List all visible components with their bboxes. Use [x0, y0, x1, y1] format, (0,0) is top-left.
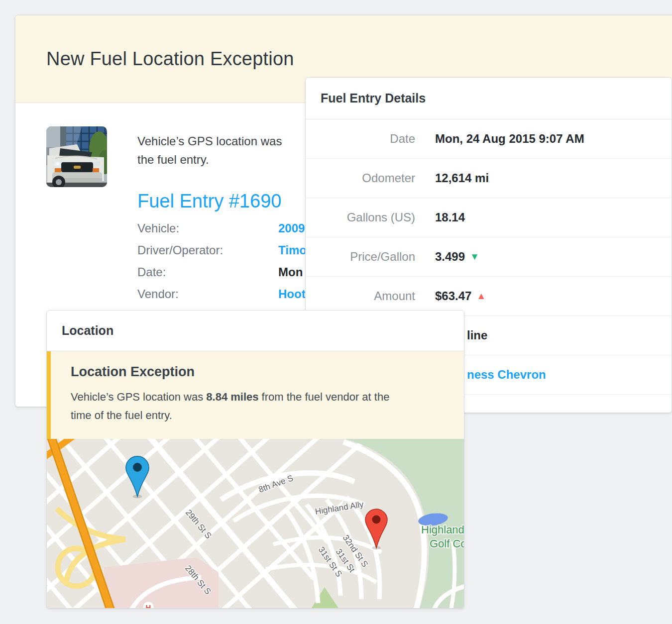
vehicle-photo	[46, 126, 107, 187]
detail-odometer-value: 12,614 mi	[435, 171, 489, 185]
detail-row-price-gallon: Price/Gallon 3.499▼	[306, 237, 672, 277]
alert-heading: Location Exception	[71, 364, 464, 380]
location-card-title: Location	[47, 311, 464, 351]
driver-value-link[interactable]: Timo	[278, 239, 307, 261]
page-title: New Fuel Location Exception	[46, 48, 294, 70]
svg-text:H: H	[146, 603, 151, 609]
golf-label-line2: Golf Co	[430, 537, 464, 550]
date-value: Mon	[278, 261, 303, 283]
field-row-vendor: Vendor: Hoot	[137, 283, 307, 305]
vendor-value-link[interactable]: Hoot	[278, 283, 306, 305]
fuel-entry-summary-fields: Vehicle: 2009 Driver/Operator: Timo Date…	[137, 217, 307, 305]
vehicle-photo-illustration	[46, 126, 107, 187]
amount-trend-up-icon: ▲	[476, 291, 486, 301]
map-canvas[interactable]: 8th Ave S Highland Ally 29th St S 28th S…	[47, 439, 464, 609]
detail-row-odometer: Odometer 12,614 mi	[306, 159, 672, 198]
detail-gallons-value: 18.14	[435, 210, 465, 224]
vendor-label: Vendor:	[137, 283, 278, 305]
detail-odometer-label: Odometer	[306, 171, 415, 185]
distance-value: 8.84 miles	[206, 391, 258, 403]
vendor-link-partial[interactable]: ness Chevron	[467, 368, 546, 382]
details-card-title: Fuel Entry Details	[306, 78, 672, 119]
detail-price-label: Price/Gallon	[306, 250, 415, 264]
detail-amount-label: Amount	[306, 289, 415, 303]
driver-label: Driver/Operator:	[137, 239, 278, 261]
detail-date-value: Mon, 24 Aug 2015 9:07 AM	[435, 132, 584, 146]
date-label: Date:	[137, 261, 278, 283]
location-exception-alert: Location Exception Vehicle’s GPS locatio…	[47, 351, 464, 439]
detail-price-value: 3.499▼	[435, 250, 479, 264]
field-row-date: Date: Mon	[137, 261, 307, 283]
price-trend-down-icon: ▼	[470, 251, 479, 262]
alert-body: Vehicle’s GPS location was 8.84 miles fr…	[71, 388, 464, 424]
fuel-type-value-partial: line	[467, 328, 487, 342]
golf-label-line1: Highland	[421, 523, 464, 536]
vehicle-label: Vehicle:	[137, 217, 278, 239]
fuel-entry-link[interactable]: Fuel Entry #1690	[137, 191, 281, 212]
field-row-driver: Driver/Operator: Timo	[137, 239, 307, 261]
detail-amount-value: $63.47▲	[435, 289, 486, 303]
detail-row-date: Date Mon, 24 Aug 2015 9:07 AM	[306, 119, 672, 159]
detail-date-label: Date	[306, 132, 415, 146]
field-row-vehicle: Vehicle: 2009	[137, 217, 307, 239]
detail-gallons-label: Gallons (US)	[306, 210, 415, 224]
location-card: Location Location Exception Vehicle’s GP…	[46, 310, 464, 609]
map-illustration: 8th Ave S Highland Ally 29th St S 28th S…	[47, 439, 464, 609]
vehicle-value-link[interactable]: 2009	[278, 217, 305, 239]
exception-intro-text: Vehicle’s GPS location was the fuel entr…	[137, 132, 282, 169]
detail-row-gallons: Gallons (US) 18.14	[306, 198, 672, 237]
